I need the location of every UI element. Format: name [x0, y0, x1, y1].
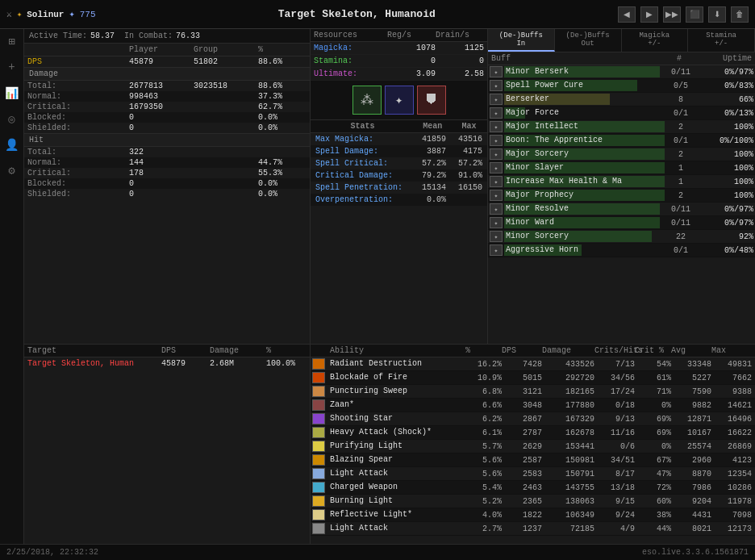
tab-magicka[interactable]: Magicka+/-	[622, 29, 689, 52]
ability-max: 9388	[713, 387, 753, 396]
hit-crit-group	[194, 169, 258, 178]
target-col-dps: DPS	[161, 346, 210, 355]
dps-pct: 88.6%	[258, 57, 307, 66]
ability-row[interactable]: Radiant Destruction16.2%74284335267/1354…	[311, 357, 755, 371]
ability-pct: 5.2%	[467, 497, 503, 506]
ability-row[interactable]: Puncturing Sweep6.8%312118216517/2471%75…	[311, 385, 755, 399]
dps-header: Player Group %	[24, 44, 310, 56]
ability-max: 26869	[713, 442, 753, 451]
ability-avg: 7590	[673, 387, 713, 396]
ability-name: Radiant Destruction	[328, 358, 467, 370]
buff-icon: ✦	[490, 176, 503, 187]
buff-count: 0/11	[665, 68, 697, 77]
stats-col-label: Stats	[311, 120, 415, 133]
ability-row[interactable]: Burning Light5.2%23651380639/1560%920411…	[311, 495, 755, 508]
nav-next-button[interactable]: ▶	[640, 6, 658, 23]
buff-uptime: 100%	[697, 123, 753, 132]
buff-icon: ✦	[490, 94, 503, 105]
tab-magicka-label: Magicka+/-	[625, 31, 685, 48]
hit-blocked-row: Blocked: 0 0.0%	[24, 178, 310, 189]
ability-avg: 25574	[673, 442, 713, 451]
tab-debuffs-in[interactable]: (De-)BuffsIn	[488, 29, 555, 52]
buff-icon: ✦	[490, 80, 503, 91]
buff-name-bar: Minor Slayer	[504, 162, 665, 173]
ability-header: Ability % DPS Damage Crits/Hits Crit % A…	[311, 345, 755, 357]
stat-overpen-max	[451, 194, 487, 206]
hit-crit-label: Critical:	[27, 169, 129, 178]
hit-total-label: Total:	[27, 148, 129, 157]
buff-row: ✦Minor Berserk0/110%/97%	[488, 65, 755, 79]
nav-record-button[interactable]: ⬛	[686, 6, 703, 23]
ability-crits: 0/18	[596, 401, 636, 410]
nav-delete-button[interactable]: 🗑	[731, 6, 749, 23]
sidebar-icon-target[interactable]: ◎	[3, 110, 21, 127]
sidebar-icon-plus[interactable]: +	[3, 58, 21, 76]
ability-row[interactable]: Heavy Attack (Shock)*6.1%278716267811/16…	[311, 426, 755, 440]
ability-avg: 4431	[673, 511, 713, 520]
ability-name: Light Attack	[328, 523, 467, 534]
ability-pct: 2.7%	[467, 524, 503, 533]
ability-row[interactable]: Blockade of Fire10.9%501529272034/5661%5…	[311, 371, 755, 385]
ability-row[interactable]: Charged Weapon5.4%246314375513/1872%7986…	[311, 481, 755, 495]
ability-name-container: Light Attack	[328, 523, 467, 534]
ability-max: 7662	[713, 374, 753, 382]
ability-row[interactable]: Light Attack5.6%25831507918/1747%8870123…	[311, 467, 755, 481]
hit-shielded-label: Shielded:	[27, 190, 129, 199]
buff-row: ✦Major Force0/10%/13%	[488, 107, 755, 120]
ability-critpct: 72%	[636, 483, 673, 492]
buff-uptime: 100%	[697, 150, 753, 159]
spell-icon-1[interactable]: ⁂	[352, 86, 382, 115]
spell-icon-3[interactable]: ⛊	[417, 86, 446, 115]
buff-name-bar: Berserker	[504, 94, 665, 105]
ability-name-container: Heavy Attack (Shock)*	[328, 427, 467, 438]
tab-stamina[interactable]: Stamina+/-	[688, 29, 755, 52]
ability-max: 4123	[713, 456, 753, 465]
ability-row[interactable]: Light Attack2.7%1237721854/944%802112173	[311, 522, 755, 536]
buff-icon: ✦	[490, 121, 503, 132]
ability-row[interactable]: Blazing Spear5.6%258715098134/5167%29604…	[311, 453, 755, 467]
ability-row[interactable]: Reflective Light*4.0%18221063499/2438%44…	[311, 508, 755, 522]
buff-row: ✦Minor Sorcery2292%	[488, 230, 755, 244]
nav-skip-button[interactable]: ▶▶	[663, 6, 681, 23]
hit-section-header: Hit	[24, 133, 310, 147]
buff-count: 2	[665, 150, 697, 159]
sidebar-icon-chart[interactable]: 📊	[3, 84, 21, 102]
stats-col-max: Max	[451, 120, 487, 133]
stats-col-mean: Mean	[415, 120, 451, 133]
nav-download-button[interactable]: ⬇	[708, 6, 726, 23]
buff-uptime: 0%/97%	[697, 219, 753, 228]
ability-row[interactable]: Purifying Light5.7%26291534410/60%255742…	[311, 440, 755, 453]
spell-icon-2[interactable]: ✦	[385, 86, 414, 115]
ability-damage: 162678	[544, 428, 596, 437]
magicka-label: Magicka:	[314, 44, 387, 52]
nav-prev-button[interactable]: ◀	[618, 6, 636, 23]
ability-icon	[312, 495, 325, 507]
ability-row[interactable]: Zaan*6.6%30481778800/180%988214621	[311, 399, 755, 412]
sidebar-icon-person[interactable]: 👤	[3, 136, 21, 153]
damage-shielded-group	[194, 123, 258, 132]
stat-spell-crit-row: Spell Critical: 57.2% 57.2%	[311, 157, 487, 169]
ability-name-container: Burning Light	[328, 495, 467, 507]
buff-name-text: Minor Sorcery	[504, 231, 665, 242]
ability-name: Zaan*	[328, 399, 467, 411]
mid-resources-panel: Resources Reg/s Drain/s Magicka: 1078 11…	[311, 29, 488, 344]
buff-count: 1	[665, 178, 697, 186]
target-row-skeleton[interactable]: Target Skeleton, Human 45879 2.68M 100.0…	[24, 357, 310, 370]
buff-name-bar: Major Force	[504, 107, 665, 119]
ability-critpct: 67%	[636, 456, 673, 465]
buff-name-text: Major Sorcery	[504, 148, 665, 160]
buff-uptime: 92%	[697, 232, 753, 241]
hit-shielded-group	[194, 190, 258, 199]
ability-critpct: 0%	[636, 442, 673, 451]
incombat-label: In Combat:	[124, 31, 173, 40]
top-bar: ⚔ ✦ Solinur ✦ 775 Target Skeleton, Human…	[0, 0, 755, 29]
hit-shielded-player: 0	[129, 190, 194, 199]
tab-debuffs-out[interactable]: (De-)BuffsOut	[555, 29, 622, 52]
sidebar-icon-home[interactable]: ⊞	[3, 32, 21, 50]
sidebar-icon-gear[interactable]: ⚙	[3, 161, 21, 179]
stat-crit-dmg-label: Critical Damage:	[311, 169, 415, 182]
ability-crits: 8/17	[596, 470, 636, 479]
ability-name-container: Light Attack	[328, 468, 467, 479]
ability-row[interactable]: Shooting Star6.2%28671673299/1369%128711…	[311, 412, 755, 426]
buff-name-bar: Minor Sorcery	[504, 231, 665, 242]
